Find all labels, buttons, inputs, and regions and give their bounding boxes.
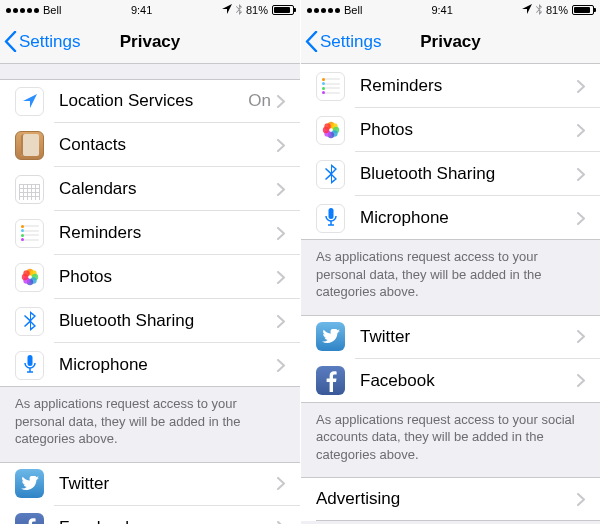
- nav-bar: Settings Privacy: [0, 20, 300, 64]
- group-footer: As applications request access to your p…: [301, 240, 600, 315]
- row-label: Twitter: [360, 327, 577, 347]
- group-footer: As applications request access to your s…: [301, 403, 600, 478]
- chevron-right-icon: [577, 330, 585, 343]
- location-arrow-icon: [522, 4, 532, 16]
- back-button[interactable]: Settings: [305, 31, 381, 52]
- battery-pct: 81%: [246, 4, 268, 16]
- photos-icon: [316, 116, 345, 145]
- row-bluetooth-sharing[interactable]: Bluetooth Sharing: [301, 152, 600, 196]
- carrier-label: Bell: [43, 4, 61, 16]
- chevron-left-icon: [305, 31, 318, 52]
- facebook-icon: [316, 366, 345, 395]
- chevron-right-icon: [577, 80, 585, 93]
- chevron-right-icon: [277, 183, 285, 196]
- twitter-icon: [316, 322, 345, 351]
- chevron-right-icon: [277, 227, 285, 240]
- row-label: Advertising: [316, 489, 577, 509]
- row-microphone[interactable]: Microphone: [301, 196, 600, 240]
- carrier-label: Bell: [344, 4, 362, 16]
- svg-point-7: [23, 270, 29, 276]
- row-bluetooth-sharing[interactable]: Bluetooth Sharing: [0, 299, 300, 343]
- chevron-left-icon: [4, 31, 17, 52]
- svg-point-18: [324, 123, 330, 129]
- location-arrow-icon: [222, 4, 232, 16]
- status-time: 9:41: [431, 4, 452, 16]
- battery-icon: [572, 5, 594, 15]
- row-photos[interactable]: Photos: [0, 255, 300, 299]
- screen-left: Bell 9:41 81% Settings Privacy Location …: [0, 0, 300, 524]
- row-label: Facebook: [360, 371, 577, 391]
- row-reminders[interactable]: Reminders: [0, 211, 300, 255]
- signal-dots-icon: [307, 8, 340, 13]
- chevron-right-icon: [277, 359, 285, 372]
- facebook-icon: [15, 513, 44, 524]
- row-label: Location Services: [59, 91, 248, 111]
- chevron-right-icon: [577, 168, 585, 181]
- chevron-right-icon: [277, 95, 285, 108]
- row-label: Reminders: [59, 223, 277, 243]
- group-footer: As applications request access to your p…: [0, 387, 300, 462]
- row-label: Contacts: [59, 135, 277, 155]
- nav-title: Privacy: [420, 32, 481, 52]
- back-button[interactable]: Settings: [4, 31, 80, 52]
- bluetooth-icon: [316, 160, 345, 189]
- status-time: 9:41: [131, 4, 152, 16]
- row-label: Bluetooth Sharing: [59, 311, 277, 331]
- chevron-right-icon: [577, 212, 585, 225]
- row-advertising[interactable]: Advertising: [301, 477, 600, 521]
- status-bar: Bell 9:41 81%: [301, 0, 600, 20]
- row-label: Bluetooth Sharing: [360, 164, 577, 184]
- signal-dots-icon: [6, 8, 39, 13]
- row-microphone[interactable]: Microphone: [0, 343, 300, 387]
- battery-icon: [272, 5, 294, 15]
- row-contacts[interactable]: Contacts: [0, 123, 300, 167]
- row-label: Reminders: [360, 76, 577, 96]
- settings-content[interactable]: Location Services On Contacts Calendars …: [0, 64, 300, 524]
- row-label: Facebook: [59, 518, 277, 524]
- bluetooth-icon: [15, 307, 44, 336]
- battery-pct: 81%: [546, 4, 568, 16]
- row-twitter[interactable]: Twitter: [301, 315, 600, 359]
- row-label: Photos: [360, 120, 577, 140]
- calendar-icon: [15, 175, 44, 204]
- svg-rect-19: [328, 208, 333, 219]
- row-facebook[interactable]: Facebook: [0, 506, 300, 524]
- microphone-icon: [15, 351, 44, 380]
- chevron-right-icon: [577, 374, 585, 387]
- row-label: Microphone: [59, 355, 277, 375]
- back-label: Settings: [320, 32, 381, 52]
- bluetooth-status-icon: [236, 4, 242, 17]
- chevron-right-icon: [277, 139, 285, 152]
- row-photos[interactable]: Photos: [301, 108, 600, 152]
- microphone-icon: [316, 204, 345, 233]
- row-facebook[interactable]: Facebook: [301, 359, 600, 403]
- chevron-right-icon: [577, 493, 585, 506]
- status-bar: Bell 9:41 81%: [0, 0, 300, 20]
- row-label: Photos: [59, 267, 277, 287]
- svg-rect-8: [27, 355, 32, 366]
- chevron-right-icon: [277, 477, 285, 490]
- reminders-icon: [316, 72, 345, 101]
- row-calendars[interactable]: Calendars: [0, 167, 300, 211]
- bluetooth-status-icon: [536, 4, 542, 17]
- chevron-right-icon: [577, 124, 585, 137]
- reminders-icon: [15, 219, 44, 248]
- settings-content[interactable]: Reminders Photos Bluetooth Sharing Micro…: [301, 64, 600, 524]
- screen-right: Bell 9:41 81% Settings Privacy Reminders…: [300, 0, 600, 524]
- row-reminders[interactable]: Reminders: [301, 64, 600, 108]
- row-location-services[interactable]: Location Services On: [0, 79, 300, 123]
- row-label: Twitter: [59, 474, 277, 494]
- row-label: Microphone: [360, 208, 577, 228]
- twitter-icon: [15, 469, 44, 498]
- location-icon: [15, 87, 44, 116]
- photos-icon: [15, 263, 44, 292]
- row-label: Calendars: [59, 179, 277, 199]
- row-value: On: [248, 91, 271, 111]
- contacts-icon: [15, 131, 44, 160]
- back-label: Settings: [19, 32, 80, 52]
- row-twitter[interactable]: Twitter: [0, 462, 300, 506]
- chevron-right-icon: [277, 271, 285, 284]
- nav-title: Privacy: [120, 32, 181, 52]
- nav-bar: Settings Privacy: [301, 20, 600, 64]
- chevron-right-icon: [277, 315, 285, 328]
